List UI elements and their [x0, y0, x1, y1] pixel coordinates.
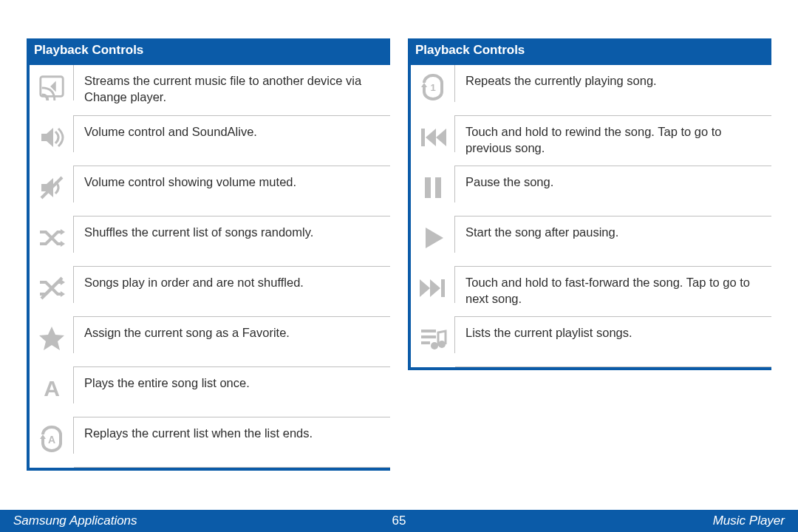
left-column: Playback Controls Streams the current mu…: [27, 38, 390, 471]
previous-icon: [411, 115, 455, 152]
page-footer: Samsung Applications 65 Music Player: [0, 510, 798, 532]
table-row: Volume control and SoundAlive.: [30, 115, 390, 166]
volume-muted-icon: [30, 166, 74, 202]
footer-page-number: 65: [355, 514, 443, 528]
table-row: Touch and hold to rewind the song. Tap t…: [411, 115, 771, 166]
left-panel-body: Streams the current music file to anothe…: [27, 65, 390, 468]
row-text: Volume control showing volume muted.: [74, 166, 390, 197]
table-row: Touch and hold to fast-forward the song.…: [411, 266, 771, 316]
row-text: Streams the current music file to anothe…: [74, 65, 390, 113]
table-row: Start the song after pausing.: [411, 216, 771, 266]
play-all-once-icon: A: [30, 366, 74, 403]
volume-icon: [30, 115, 74, 152]
favorite-icon: [30, 316, 74, 353]
cast-icon: [30, 65, 74, 100]
row-text: Songs play in order and are not shuffled…: [74, 266, 390, 298]
playlist-icon: [411, 316, 455, 353]
table-row: Lists the current playlist songs.: [411, 316, 771, 366]
next-icon: [411, 266, 455, 303]
row-text: Touch and hold to rewind the song. Tap t…: [455, 115, 771, 164]
svg-rect-9: [441, 279, 445, 297]
table-row: Volume control showing volume muted.: [30, 166, 390, 216]
table-row: Songs play in order and are not shuffled…: [30, 266, 390, 316]
right-panel-body: 1 Repeats the currently playing song. To…: [408, 65, 771, 367]
row-text: Touch and hold to fast-forward the song.…: [455, 266, 771, 315]
row-text: Start the song after pausing.: [455, 216, 771, 248]
table-row: A Plays the entire song list once.: [30, 366, 390, 417]
row-text: Volume control and SoundAlive.: [74, 115, 390, 147]
footer-left: Samsung Applications: [13, 514, 355, 528]
shuffle-icon: [30, 216, 74, 253]
row-text: Assign the current song as a Favorite.: [74, 316, 390, 348]
svg-text:A: A: [47, 434, 55, 446]
repeat-one-icon: 1: [411, 65, 455, 102]
row-text: Plays the entire song list once.: [74, 366, 390, 398]
footer-right: Music Player: [443, 514, 785, 528]
table-row: Assign the current song as a Favorite.: [30, 316, 390, 366]
row-text: Lists the current playlist songs.: [455, 316, 771, 348]
play-icon: [411, 216, 455, 253]
svg-rect-8: [435, 177, 441, 198]
right-column: Playback Controls 1 Repeats the currentl…: [408, 38, 771, 471]
svg-text:1: 1: [430, 82, 435, 93]
left-panel-header: Playback Controls: [27, 38, 390, 65]
row-text: Replays the current list when the list e…: [74, 417, 390, 449]
row-text: Pause the song.: [455, 166, 771, 197]
table-row: Pause the song.: [411, 166, 771, 216]
svg-rect-6: [421, 129, 425, 146]
table-row: A Replays the current list when the list…: [30, 417, 390, 467]
right-panel-header: Playback Controls: [408, 38, 771, 65]
row-text: Repeats the currently playing song.: [455, 65, 771, 96]
replay-list-icon: A: [30, 417, 74, 454]
svg-rect-7: [425, 177, 431, 198]
row-text: Shuffles the current list of songs rando…: [74, 216, 390, 248]
svg-text:A: A: [44, 376, 60, 400]
table-row: 1 Repeats the currently playing song.: [411, 65, 771, 115]
shuffle-off-icon: [30, 266, 74, 303]
table-row: Shuffles the current list of songs rando…: [30, 216, 390, 266]
pause-icon: [411, 166, 455, 202]
table-row: Streams the current music file to anothe…: [30, 65, 390, 115]
